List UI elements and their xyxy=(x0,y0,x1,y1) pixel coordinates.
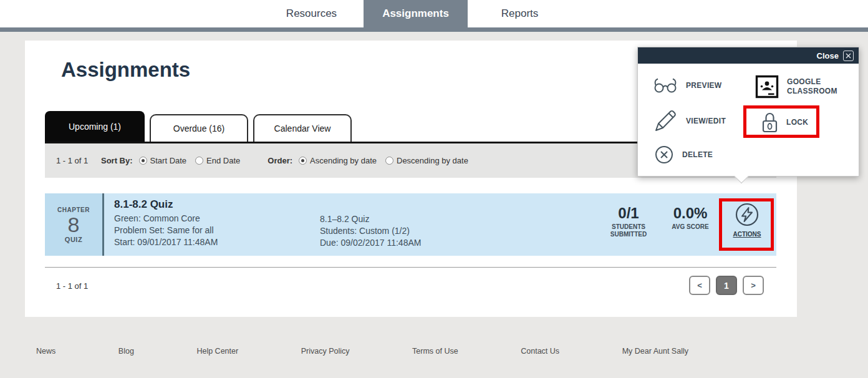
radio-label: Descending by date xyxy=(397,156,468,165)
footer-link-my-dear-aunt-sally[interactable]: My Dear Aunt Sally xyxy=(622,347,688,356)
result-count: 1 - 1 of 1 xyxy=(56,156,101,165)
footer-links: News Blog Help Center Privacy Policy Ter… xyxy=(36,347,688,356)
assignment-name: 8.1–8.2 Quiz xyxy=(320,213,507,225)
lock-label: LOCK xyxy=(786,118,808,127)
preview-label: PREVIEW xyxy=(686,81,721,90)
assignment-problem-set: Problem Set: Same for all xyxy=(114,225,314,236)
next-page-button[interactable]: > xyxy=(743,276,764,295)
students-submitted-stat: 0/1 STUDENTS SUBMITTED xyxy=(604,205,653,238)
assignment-title: 8.1-8.2 Quiz xyxy=(114,198,314,211)
top-nav-tabs: Resources Assignments Reports xyxy=(259,0,572,27)
page-1-button[interactable]: 1 xyxy=(716,276,737,295)
chapter-number: 8 xyxy=(68,213,80,236)
glasses-icon xyxy=(653,77,678,94)
submitted-label: STUDENTS SUBMITTED xyxy=(604,223,653,238)
footer-link-terms-of-use[interactable]: Terms of Use xyxy=(412,347,458,356)
avg-score-stat: 0.0% AVG SCORE xyxy=(659,205,721,231)
menu-item-lock[interactable]: LOCK xyxy=(761,111,808,133)
menu-item-google-classroom[interactable]: GOOGLE CLASSROOM xyxy=(755,75,841,99)
radio-icon xyxy=(195,157,203,165)
submitted-value: 0/1 xyxy=(604,205,653,222)
menu-item-preview[interactable]: PREVIEW xyxy=(653,77,721,94)
nav-tab-reports[interactable]: Reports xyxy=(468,0,572,27)
actions-label: ACTIONS xyxy=(722,231,772,238)
assignment-row[interactable]: CHAPTER 8 QUIZ 8.1-8.2 Quiz Green: Commo… xyxy=(45,193,776,256)
footer-link-news[interactable]: News xyxy=(36,347,55,356)
chapter-type: QUIZ xyxy=(65,236,82,243)
menu-item-delete[interactable]: DELETE xyxy=(654,145,713,165)
chapter-badge: CHAPTER 8 QUIZ xyxy=(45,193,104,256)
radio-ascending[interactable]: Ascending by date xyxy=(299,156,377,165)
nav-tab-assignments[interactable]: Assignments xyxy=(364,0,468,27)
assignment-details-col2: 8.1–8.2 Quiz Students: Custom (1/2) Due:… xyxy=(320,213,507,249)
radio-label: Ascending by date xyxy=(310,156,377,165)
footer-link-blog[interactable]: Blog xyxy=(118,347,134,356)
footer-link-contact-us[interactable]: Contact Us xyxy=(521,347,559,356)
assignment-standard: Green: Common Core xyxy=(114,213,314,225)
chapter-label: CHAPTER xyxy=(57,206,90,213)
prev-page-button[interactable]: < xyxy=(689,276,710,295)
assignment-due-date: Due: 09/02/2017 11:48AM xyxy=(320,237,507,249)
assignment-students: Students: Custom (1/2) xyxy=(320,225,507,237)
page-title: Assignments xyxy=(61,58,190,82)
google-classroom-icon xyxy=(755,75,779,99)
actions-button[interactable]: ACTIONS xyxy=(722,202,772,238)
close-label: Close xyxy=(817,51,839,61)
assignment-details-col1: 8.1-8.2 Quiz Green: Common Core Problem … xyxy=(114,198,314,248)
circle-x-icon xyxy=(654,145,674,165)
radio-icon xyxy=(385,157,393,165)
close-icon xyxy=(843,51,854,61)
tab-calendar-view[interactable]: Calendar View xyxy=(253,114,352,142)
radio-end-date[interactable]: End Date xyxy=(195,156,240,165)
popup-close-button[interactable]: Close xyxy=(817,51,854,61)
footer-link-privacy-policy[interactable]: Privacy Policy xyxy=(301,347,350,356)
pencil-icon xyxy=(653,109,678,133)
actions-popup: Close PREVIEW xyxy=(637,47,859,177)
popup-header: Close xyxy=(638,47,859,64)
view-tabs: Upcoming (1) Overdue (16) Calendar View xyxy=(45,111,352,142)
order-label: Order: xyxy=(268,156,292,165)
nav-divider-bar xyxy=(0,27,868,32)
radio-start-date[interactable]: Start Date xyxy=(139,156,187,165)
lock-icon xyxy=(761,111,778,133)
assignment-start-date: Start: 09/01/2017 11:48AM xyxy=(114,236,314,248)
footer-link-help-center[interactable]: Help Center xyxy=(196,347,238,356)
menu-item-view-edit[interactable]: VIEW/EDIT xyxy=(653,109,726,133)
pagination: < 1 > xyxy=(689,276,764,295)
delete-label: DELETE xyxy=(682,150,713,159)
list-divider xyxy=(45,267,776,268)
avg-score-label: AVG SCORE xyxy=(659,223,721,231)
nav-tab-resources[interactable]: Resources xyxy=(259,0,364,27)
radio-label: End Date xyxy=(206,156,240,165)
tab-overdue[interactable]: Overdue (16) xyxy=(150,114,248,142)
pagination-count: 1 - 1 of 1 xyxy=(56,281,88,291)
radio-icon xyxy=(139,157,147,165)
radio-descending[interactable]: Descending by date xyxy=(385,156,468,165)
sort-by-label: Sort By: xyxy=(101,156,133,165)
view-edit-label: VIEW/EDIT xyxy=(686,117,726,125)
avg-score-value: 0.0% xyxy=(659,205,721,222)
top-nav: Resources Assignments Reports xyxy=(0,0,868,27)
lightning-circle-icon xyxy=(735,202,760,227)
radio-label: Start Date xyxy=(150,156,187,165)
google-classroom-label: GOOGLE CLASSROOM xyxy=(787,77,841,96)
tab-upcoming[interactable]: Upcoming (1) xyxy=(45,111,145,142)
radio-icon xyxy=(299,157,307,165)
